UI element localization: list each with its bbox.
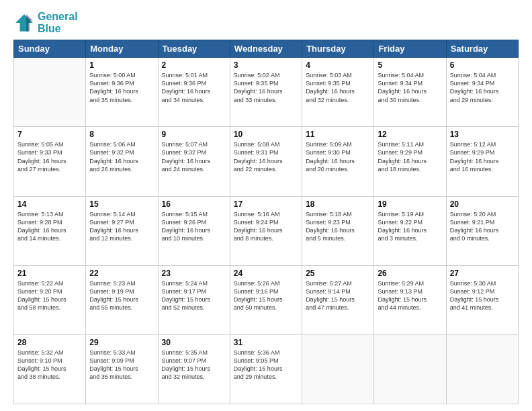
cell-content: Sunrise: 5:20 AM Sunset: 9:21 PM Dayligh…: [450, 210, 515, 243]
calendar-day-header: Thursday: [302, 40, 374, 58]
logo: General Blue: [13, 11, 78, 34]
header: General Blue: [13, 11, 519, 34]
day-number: 4: [306, 60, 370, 70]
calendar-week-row: 21Sunrise: 5:22 AM Sunset: 9:20 PM Dayli…: [14, 265, 519, 334]
cell-content: Sunrise: 5:15 AM Sunset: 9:26 PM Dayligh…: [162, 210, 226, 243]
day-number: 29: [89, 338, 154, 347]
day-number: 10: [234, 130, 298, 139]
calendar-day-header: Friday: [374, 40, 446, 58]
day-number: 9: [162, 130, 226, 139]
cell-content: Sunrise: 5:08 AM Sunset: 9:31 PM Dayligh…: [234, 140, 298, 173]
cell-content: Sunrise: 5:16 AM Sunset: 9:24 PM Dayligh…: [234, 210, 298, 243]
calendar-cell: 13Sunrise: 5:12 AM Sunset: 9:29 PM Dayli…: [446, 127, 518, 196]
calendar-cell: 28Sunrise: 5:32 AM Sunset: 9:10 PM Dayli…: [14, 334, 86, 404]
calendar-cell: 30Sunrise: 5:35 AM Sunset: 9:07 PM Dayli…: [158, 334, 230, 404]
day-number: 25: [306, 269, 370, 278]
day-number: 1: [89, 60, 154, 70]
calendar-cell: 9Sunrise: 5:07 AM Sunset: 9:32 PM Daylig…: [158, 127, 230, 196]
calendar-cell: 31Sunrise: 5:36 AM Sunset: 9:05 PM Dayli…: [230, 334, 302, 404]
calendar-cell: [302, 334, 374, 404]
calendar-cell: 17Sunrise: 5:16 AM Sunset: 9:24 PM Dayli…: [230, 196, 302, 265]
calendar-day-header: Sunday: [14, 40, 86, 58]
calendar-day-header: Tuesday: [158, 40, 230, 58]
day-number: 30: [162, 338, 226, 347]
cell-content: Sunrise: 5:12 AM Sunset: 9:29 PM Dayligh…: [450, 140, 515, 173]
cell-content: Sunrise: 5:00 AM Sunset: 9:36 PM Dayligh…: [89, 71, 154, 104]
calendar-day-header: Saturday: [446, 40, 518, 58]
cell-content: Sunrise: 5:13 AM Sunset: 9:28 PM Dayligh…: [17, 210, 82, 243]
calendar-week-row: 14Sunrise: 5:13 AM Sunset: 9:28 PM Dayli…: [14, 196, 519, 265]
day-number: 11: [306, 130, 370, 139]
cell-content: Sunrise: 5:33 AM Sunset: 9:09 PM Dayligh…: [89, 349, 154, 381]
calendar-cell: 15Sunrise: 5:14 AM Sunset: 9:27 PM Dayli…: [86, 196, 158, 265]
calendar-cell: [374, 334, 446, 404]
day-number: 15: [89, 199, 154, 209]
day-number: 3: [234, 60, 298, 70]
cell-content: Sunrise: 5:02 AM Sunset: 9:35 PM Dayligh…: [234, 71, 298, 104]
calendar-cell: [14, 58, 86, 127]
calendar-cell: 27Sunrise: 5:30 AM Sunset: 9:12 PM Dayli…: [446, 265, 518, 334]
calendar-cell: [446, 334, 518, 404]
calendar-cell: 12Sunrise: 5:11 AM Sunset: 9:29 PM Dayli…: [374, 127, 446, 196]
day-number: 18: [306, 199, 370, 209]
calendar-cell: 11Sunrise: 5:09 AM Sunset: 9:30 PM Dayli…: [302, 127, 374, 196]
day-number: 27: [450, 269, 515, 278]
calendar-cell: 1Sunrise: 5:00 AM Sunset: 9:36 PM Daylig…: [86, 58, 158, 127]
cell-content: Sunrise: 5:05 AM Sunset: 9:33 PM Dayligh…: [17, 140, 82, 173]
calendar-cell: 10Sunrise: 5:08 AM Sunset: 9:31 PM Dayli…: [230, 127, 302, 196]
cell-content: Sunrise: 5:19 AM Sunset: 9:22 PM Dayligh…: [378, 210, 442, 243]
calendar-cell: 7Sunrise: 5:05 AM Sunset: 9:33 PM Daylig…: [14, 127, 86, 196]
calendar-cell: 21Sunrise: 5:22 AM Sunset: 9:20 PM Dayli…: [14, 265, 86, 334]
calendar-cell: 19Sunrise: 5:19 AM Sunset: 9:22 PM Dayli…: [374, 196, 446, 265]
calendar-cell: 25Sunrise: 5:27 AM Sunset: 9:14 PM Dayli…: [302, 265, 374, 334]
day-number: 17: [234, 199, 298, 209]
cell-content: Sunrise: 5:35 AM Sunset: 9:07 PM Dayligh…: [162, 349, 226, 381]
cell-content: Sunrise: 5:07 AM Sunset: 9:32 PM Dayligh…: [162, 140, 226, 173]
page: General Blue SundayMondayTuesdayWednesda…: [0, 0, 532, 411]
cell-content: Sunrise: 5:03 AM Sunset: 9:35 PM Dayligh…: [306, 71, 370, 104]
day-number: 20: [450, 199, 515, 209]
day-number: 31: [234, 338, 298, 347]
cell-content: Sunrise: 5:30 AM Sunset: 9:12 PM Dayligh…: [450, 279, 515, 312]
svg-marker-0: [15, 14, 33, 32]
calendar-day-header: Monday: [86, 40, 158, 58]
day-number: 12: [378, 130, 442, 139]
cell-content: Sunrise: 5:01 AM Sunset: 9:36 PM Dayligh…: [162, 71, 226, 104]
calendar-cell: 26Sunrise: 5:29 AM Sunset: 9:13 PM Dayli…: [374, 265, 446, 334]
calendar-cell: 6Sunrise: 5:04 AM Sunset: 9:34 PM Daylig…: [446, 58, 518, 127]
logo-icon: [13, 12, 35, 34]
day-number: 14: [17, 199, 82, 209]
calendar-cell: 4Sunrise: 5:03 AM Sunset: 9:35 PM Daylig…: [302, 58, 374, 127]
calendar-cell: 29Sunrise: 5:33 AM Sunset: 9:09 PM Dayli…: [86, 334, 158, 404]
day-number: 7: [17, 130, 82, 139]
calendar-cell: 18Sunrise: 5:18 AM Sunset: 9:23 PM Dayli…: [302, 196, 374, 265]
calendar-cell: 5Sunrise: 5:04 AM Sunset: 9:34 PM Daylig…: [374, 58, 446, 127]
calendar-week-row: 7Sunrise: 5:05 AM Sunset: 9:33 PM Daylig…: [14, 127, 519, 196]
calendar-cell: 24Sunrise: 5:26 AM Sunset: 9:16 PM Dayli…: [230, 265, 302, 334]
calendar-cell: 8Sunrise: 5:06 AM Sunset: 9:32 PM Daylig…: [86, 127, 158, 196]
cell-content: Sunrise: 5:14 AM Sunset: 9:27 PM Dayligh…: [89, 210, 154, 243]
calendar-cell: 14Sunrise: 5:13 AM Sunset: 9:28 PM Dayli…: [14, 196, 86, 265]
day-number: 23: [162, 269, 226, 278]
cell-content: Sunrise: 5:09 AM Sunset: 9:30 PM Dayligh…: [306, 140, 370, 173]
calendar-cell: 22Sunrise: 5:23 AM Sunset: 9:19 PM Dayli…: [86, 265, 158, 334]
cell-content: Sunrise: 5:27 AM Sunset: 9:14 PM Dayligh…: [306, 279, 370, 312]
day-number: 28: [17, 338, 82, 347]
cell-content: Sunrise: 5:04 AM Sunset: 9:34 PM Dayligh…: [378, 71, 442, 104]
cell-content: Sunrise: 5:04 AM Sunset: 9:34 PM Dayligh…: [450, 71, 515, 104]
calendar-table: SundayMondayTuesdayWednesdayThursdayFrid…: [13, 40, 519, 404]
calendar-header-row: SundayMondayTuesdayWednesdayThursdayFrid…: [14, 40, 519, 58]
cell-content: Sunrise: 5:36 AM Sunset: 9:05 PM Dayligh…: [234, 349, 298, 381]
cell-content: Sunrise: 5:22 AM Sunset: 9:20 PM Dayligh…: [17, 279, 82, 312]
day-number: 8: [89, 130, 154, 139]
cell-content: Sunrise: 5:32 AM Sunset: 9:10 PM Dayligh…: [17, 349, 82, 381]
cell-content: Sunrise: 5:06 AM Sunset: 9:32 PM Dayligh…: [89, 140, 154, 173]
cell-content: Sunrise: 5:29 AM Sunset: 9:13 PM Dayligh…: [378, 279, 442, 312]
day-number: 16: [162, 199, 226, 209]
calendar-cell: 23Sunrise: 5:24 AM Sunset: 9:17 PM Dayli…: [158, 265, 230, 334]
cell-content: Sunrise: 5:18 AM Sunset: 9:23 PM Dayligh…: [306, 210, 370, 243]
calendar-cell: 3Sunrise: 5:02 AM Sunset: 9:35 PM Daylig…: [230, 58, 302, 127]
calendar-day-header: Wednesday: [230, 40, 302, 58]
cell-content: Sunrise: 5:23 AM Sunset: 9:19 PM Dayligh…: [89, 279, 154, 312]
day-number: 13: [450, 130, 515, 139]
